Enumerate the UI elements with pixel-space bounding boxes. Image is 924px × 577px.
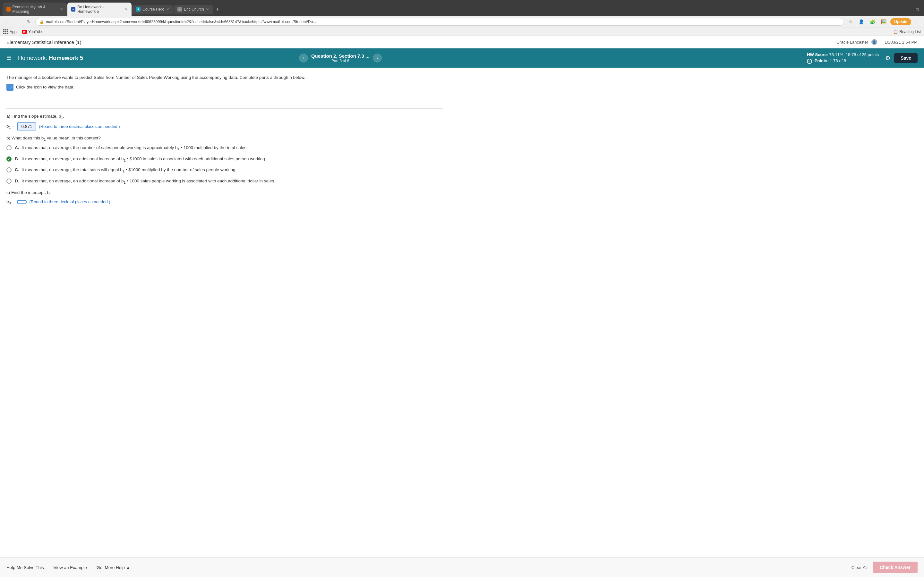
question-info: Question 2, Section 7.3 ... Part 3 of 8: [311, 53, 370, 63]
data-icon-row: ⊞ Click the icon to view the data.: [6, 84, 443, 91]
hw-actions: ⚙ Save: [885, 53, 918, 63]
apps-icon: [3, 29, 8, 34]
browser-chrome: p Pearson's MyLab & Mastering ✕ P Do Hom…: [0, 0, 924, 36]
option-b-text: B. It means that, on average, an additio…: [15, 156, 266, 163]
icon-instruction: Click the icon to view the data.: [16, 85, 74, 89]
hw-points-line: ✓ Points: 1.78 of 8: [807, 58, 879, 64]
hw-score-section: HW Score: 75.11%, 18.78 of 25 points ✓ P…: [807, 52, 879, 64]
hw-score-label: HW Score:: [807, 52, 828, 57]
part-a: a) Find the slope estimate, b1. b1 = 0.8…: [6, 114, 443, 131]
extensions-button[interactable]: 🧩: [868, 18, 877, 26]
tab-coursehero-close[interactable]: ✕: [166, 7, 169, 11]
homework-name: Homework 5: [49, 55, 83, 61]
option-d-radio[interactable]: [6, 179, 11, 184]
prev-question-button[interactable]: ‹: [299, 53, 308, 63]
question-part: Part 3 of 8: [311, 59, 370, 63]
option-c: C. It means that, on average, the total …: [6, 167, 443, 174]
question-number: Question 2, Section 7.3 ...: [311, 53, 370, 59]
problem-statement: The manager of a bookstore wants to pred…: [6, 74, 443, 81]
points-circle-icon: ✓: [807, 59, 812, 64]
homework-prefix: Homework:: [18, 55, 47, 61]
part-c-label: c) Find the intercept, b0.: [6, 190, 443, 196]
hw-title: Homework: Homework 5: [18, 55, 83, 61]
answer-prefix-c: b0 =: [6, 199, 15, 205]
new-tab-button[interactable]: +: [213, 5, 221, 13]
nav-actions: ☆ 👤 🧩 🖼️ Update ⋮: [846, 18, 921, 26]
menu-button[interactable]: ⋮: [913, 18, 921, 26]
hw-menu-icon[interactable]: ☰: [6, 55, 11, 61]
settings-button[interactable]: ⚙: [885, 55, 890, 61]
apps-label: Apps: [10, 29, 18, 34]
mathxl-favicon: P: [71, 7, 75, 11]
reading-list-icon: 📋: [893, 29, 898, 34]
option-d: D. It means that, on average, an additio…: [6, 178, 443, 185]
pearson-favicon: p: [6, 7, 11, 11]
tab-mathxl[interactable]: P Do Homework - Homework 5 ✕: [67, 3, 132, 16]
tab-manage-button[interactable]: ⊡: [913, 6, 921, 13]
main-content: The manager of a bookstore wants to pred…: [0, 68, 449, 216]
address-bar[interactable]: 🔒 mathxl.com/Student/PlayerHomework.aspx…: [35, 18, 844, 26]
tab-eric-close[interactable]: ✕: [206, 7, 209, 11]
data-table-icon[interactable]: ⊞: [6, 84, 13, 91]
page-header: Elementary Statistical Inference (1) Gra…: [0, 36, 924, 48]
tab-pearson-close[interactable]: ✕: [60, 7, 63, 11]
lock-icon: 🔒: [39, 20, 44, 24]
answer-prefix-a: b1 =: [6, 124, 15, 129]
update-button[interactable]: Update: [890, 18, 911, 25]
tab-mathxl-close[interactable]: ✕: [125, 7, 128, 11]
option-b-radio[interactable]: [6, 156, 11, 161]
forward-button[interactable]: →: [14, 18, 23, 26]
profile-button[interactable]: 👤: [857, 18, 866, 26]
points-value: 1.78 of 8: [830, 58, 846, 63]
save-button[interactable]: Save: [894, 53, 918, 63]
reload-button[interactable]: ↻: [25, 18, 33, 26]
datetime: 10/03/21 2:54 PM: [885, 40, 918, 45]
points-label: Points:: [814, 58, 829, 63]
option-c-text: C. It means that, on average, the total …: [15, 167, 236, 174]
user-info: Gracie Lancaster 👤 | 10/03/21 2:54 PM: [837, 39, 918, 45]
next-question-button[interactable]: ›: [373, 53, 382, 63]
part-a-answer-box[interactable]: 0.871: [17, 122, 36, 131]
tab-coursehero-label: Course Hero: [142, 7, 164, 11]
tab-eric[interactable]: ~ Eric Church ✕: [174, 5, 213, 14]
url-text: mathxl.com/Student/PlayerHomework.aspx?h…: [46, 19, 840, 24]
part-c-answer-box[interactable]: [17, 200, 27, 203]
nav-bar: ← → ↻ 🔒 mathxl.com/Student/PlayerHomewor…: [0, 16, 924, 28]
part-c-answer-row: b0 = (Round to three decimal places as n…: [6, 199, 443, 205]
hw-score-line: HW Score: 75.11%, 18.78 of 25 points: [807, 52, 879, 57]
option-a-radio[interactable]: [6, 145, 11, 150]
tab-bar: p Pearson's MyLab & Mastering ✕ P Do Hom…: [0, 0, 924, 16]
avatar-button[interactable]: 🖼️: [879, 18, 888, 26]
bookmarks-bar: Apps ▶ YouTube 📋 Reading List: [0, 28, 924, 36]
part-b-label: b) What does this b1 value mean, in this…: [6, 135, 443, 141]
part-a-divider: [6, 108, 443, 109]
option-c-radio[interactable]: [6, 167, 11, 172]
part-a-answer-row: b1 = 0.871 (Round to three decimal place…: [6, 122, 443, 131]
bookmark-apps[interactable]: Apps: [3, 29, 18, 34]
tab-eric-label: Eric Church: [184, 7, 204, 11]
tab-pearson[interactable]: p Pearson's MyLab & Mastering ✕: [3, 3, 67, 16]
part-c-hint: (Round to three decimal places as needed…: [29, 199, 110, 204]
reading-list-label: Reading List: [899, 29, 921, 34]
eric-favicon: ~: [178, 7, 182, 11]
radio-options: A. It means that, on average, the number…: [6, 145, 443, 185]
bookmark-youtube[interactable]: ▶ YouTube: [22, 29, 43, 34]
bookmark-button[interactable]: ☆: [846, 18, 855, 26]
hw-score-value: 75.11%, 18.78 of 25 points: [829, 52, 879, 57]
section-divider: · · · · ·: [6, 95, 443, 105]
option-d-text: D. It means that, on average, an additio…: [15, 178, 275, 185]
part-b: b) What does this b1 value mean, in this…: [6, 135, 443, 185]
question-nav: ‹ Question 2, Section 7.3 ... Part 3 of …: [299, 53, 382, 63]
youtube-icon: ▶: [22, 30, 27, 34]
tab-pearson-label: Pearson's MyLab & Mastering: [13, 5, 58, 14]
option-a-text: A. It means that, on average, the number…: [15, 145, 248, 152]
part-c: c) Find the intercept, b0. b0 = (Round t…: [6, 190, 443, 205]
tab-mathxl-label: Do Homework - Homework 5: [78, 5, 123, 14]
user-avatar[interactable]: 👤: [871, 39, 877, 45]
reading-list-button[interactable]: 📋 Reading List: [893, 29, 921, 34]
part-a-label: a) Find the slope estimate, b1.: [6, 114, 443, 119]
coursehero-favicon: ★: [136, 7, 141, 11]
hw-header: ☰ Homework: Homework 5 ‹ Question 2, Sec…: [0, 48, 924, 68]
back-button[interactable]: ←: [3, 18, 11, 26]
tab-coursehero[interactable]: ★ Course Hero ✕: [132, 5, 173, 14]
